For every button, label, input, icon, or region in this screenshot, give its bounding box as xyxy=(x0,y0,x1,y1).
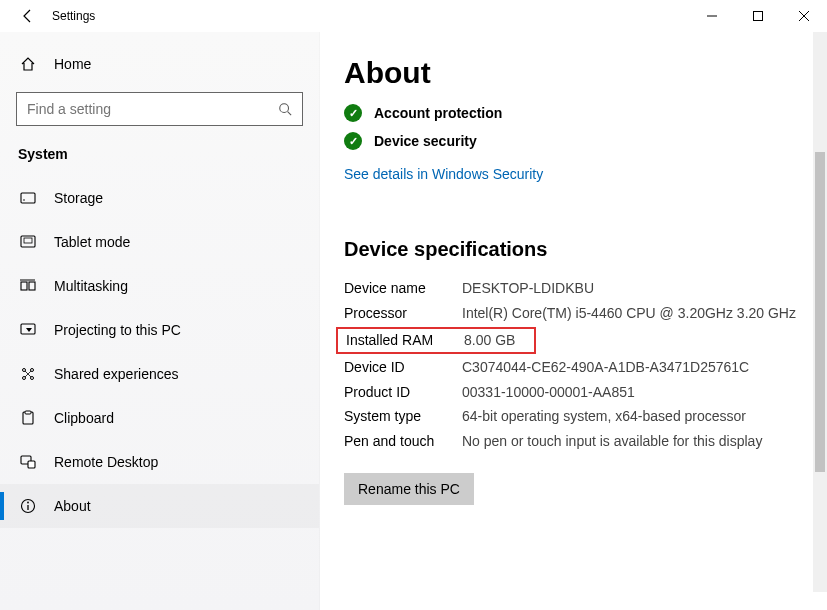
sidebar-item-storage[interactable]: Storage xyxy=(0,176,319,220)
back-button[interactable] xyxy=(8,0,48,32)
sidebar-item-label: Storage xyxy=(54,190,103,206)
highlight-installed-ram: Installed RAM 8.00 GB xyxy=(336,327,536,354)
spec-label: Installed RAM xyxy=(346,331,464,350)
sidebar-item-label: Remote Desktop xyxy=(54,454,158,470)
rename-pc-button[interactable]: Rename this PC xyxy=(344,473,474,505)
sidebar-item-projecting[interactable]: Projecting to this PC xyxy=(0,308,319,352)
status-label: Device security xyxy=(374,133,477,149)
search-input[interactable] xyxy=(27,101,278,117)
spec-value: DESKTOP-LDIDKBU xyxy=(462,279,819,298)
svg-line-5 xyxy=(288,112,292,116)
section-heading: System xyxy=(0,138,319,176)
specs-heading: Device specifications xyxy=(344,238,819,261)
content-area: About ✓ Account protection ✓ Device secu… xyxy=(320,32,827,610)
sidebar-item-label: About xyxy=(54,498,91,514)
spec-row-systemtype: System type 64-bit operating system, x64… xyxy=(344,407,819,426)
shared-icon xyxy=(18,366,38,382)
spec-row-processor: Processor Intel(R) Core(TM) i5-4460 CPU … xyxy=(344,304,819,323)
svg-rect-1 xyxy=(754,12,763,21)
spec-value: Intel(R) Core(TM) i5-4460 CPU @ 3.20GHz … xyxy=(462,304,819,323)
home-nav[interactable]: Home xyxy=(0,42,319,86)
sidebar: Home System Storage Tablet mode Multitas… xyxy=(0,32,320,610)
sidebar-item-remote[interactable]: Remote Desktop xyxy=(0,440,319,484)
spec-row-pentouch: Pen and touch No pen or touch input is a… xyxy=(344,432,819,451)
close-button[interactable] xyxy=(781,0,827,32)
titlebar: Settings xyxy=(0,0,827,32)
spec-value: C3074044-CE62-490A-A1DB-A3471D25761C xyxy=(462,358,819,377)
status-account-protection: ✓ Account protection xyxy=(344,104,819,122)
page-title: About xyxy=(344,56,819,90)
spec-label: System type xyxy=(344,407,462,426)
scrollbar-thumb[interactable] xyxy=(815,152,825,472)
projecting-icon xyxy=(18,322,38,338)
svg-point-7 xyxy=(23,199,25,201)
sidebar-item-label: Tablet mode xyxy=(54,234,130,250)
status-device-security: ✓ Device security xyxy=(344,132,819,150)
check-icon: ✓ xyxy=(344,132,362,150)
spec-label: Device name xyxy=(344,279,462,298)
spec-value: 8.00 GB xyxy=(464,331,528,350)
remote-icon xyxy=(18,454,38,470)
sidebar-item-about[interactable]: About xyxy=(0,484,319,528)
sidebar-item-shared[interactable]: Shared experiences xyxy=(0,352,319,396)
spec-value: 00331-10000-00001-AA851 xyxy=(462,383,819,402)
svg-rect-23 xyxy=(28,461,35,468)
sidebar-item-label: Shared experiences xyxy=(54,366,179,382)
sidebar-item-multitasking[interactable]: Multitasking xyxy=(0,264,319,308)
clipboard-icon xyxy=(18,410,38,426)
home-icon xyxy=(18,56,38,72)
multitasking-icon xyxy=(18,278,38,294)
tablet-icon xyxy=(18,234,38,250)
about-icon xyxy=(18,498,38,514)
maximize-button[interactable] xyxy=(735,0,781,32)
sidebar-item-label: Clipboard xyxy=(54,410,114,426)
spec-label: Product ID xyxy=(344,383,462,402)
search-icon xyxy=(278,102,292,116)
status-label: Account protection xyxy=(374,105,502,121)
sidebar-item-clipboard[interactable]: Clipboard xyxy=(0,396,319,440)
sidebar-item-label: Multitasking xyxy=(54,278,128,294)
sidebar-item-label: Projecting to this PC xyxy=(54,322,181,338)
spec-label: Processor xyxy=(344,304,462,323)
svg-rect-6 xyxy=(21,193,35,203)
home-label: Home xyxy=(54,56,91,72)
svg-point-26 xyxy=(27,502,29,504)
storage-icon xyxy=(18,190,38,206)
spec-row-deviceid: Device ID C3074044-CE62-490A-A1DB-A3471D… xyxy=(344,358,819,377)
spec-label: Pen and touch xyxy=(344,432,462,451)
svg-rect-21 xyxy=(25,411,31,414)
spec-label: Device ID xyxy=(344,358,462,377)
spec-value: No pen or touch input is available for t… xyxy=(462,432,819,451)
window-title: Settings xyxy=(48,9,95,23)
svg-rect-10 xyxy=(21,282,27,290)
check-icon: ✓ xyxy=(344,104,362,122)
spec-row-ram: Installed RAM 8.00 GB xyxy=(338,331,528,350)
spec-row-productid: Product ID 00331-10000-00001-AA851 xyxy=(344,383,819,402)
search-box[interactable] xyxy=(16,92,303,126)
spec-row-devicename: Device name DESKTOP-LDIDKBU xyxy=(344,279,819,298)
svg-rect-9 xyxy=(24,238,32,243)
scrollbar[interactable] xyxy=(813,32,827,592)
svg-point-4 xyxy=(280,104,289,113)
spec-value: 64-bit operating system, x64-based proce… xyxy=(462,407,819,426)
svg-rect-11 xyxy=(29,282,35,290)
minimize-button[interactable] xyxy=(689,0,735,32)
sidebar-item-tablet[interactable]: Tablet mode xyxy=(0,220,319,264)
security-link[interactable]: See details in Windows Security xyxy=(344,166,543,182)
